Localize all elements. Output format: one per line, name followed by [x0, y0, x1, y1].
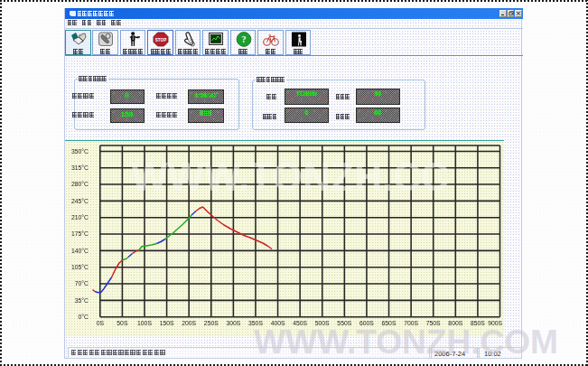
svg-text:140°C: 140°C	[71, 248, 89, 254]
svg-text:STOP: STOP	[155, 38, 166, 42]
svg-text:0S: 0S	[97, 320, 105, 326]
svg-text:WWW.TONZH.CC: WWW.TONZH.CC	[131, 155, 449, 199]
svg-text:?: ?	[241, 34, 246, 44]
svg-text:70°C: 70°C	[75, 280, 89, 286]
svg-text:210°C: 210°C	[71, 214, 89, 221]
svg-text:200S: 200S	[182, 320, 196, 326]
svg-text:315°C: 315°C	[71, 164, 89, 171]
svg-text:105°C: 105°C	[71, 264, 89, 270]
svg-text:100S: 100S	[137, 320, 152, 326]
svg-text:WWW.TONZH.COM: WWW.TONZH.COM	[254, 325, 558, 360]
svg-text:245°C: 245°C	[71, 198, 89, 204]
svg-text:0°C: 0°C	[79, 314, 89, 320]
svg-text:50S: 50S	[117, 320, 128, 326]
svg-text:280°C: 280°C	[71, 181, 89, 187]
svg-text:35°C: 35°C	[75, 297, 89, 304]
svg-text:300S: 300S	[226, 320, 240, 326]
svg-text:350°C: 350°C	[71, 148, 89, 155]
svg-text:150S: 150S	[160, 320, 174, 326]
svg-text:175°C: 175°C	[71, 230, 89, 237]
svg-text:250S: 250S	[204, 320, 219, 326]
